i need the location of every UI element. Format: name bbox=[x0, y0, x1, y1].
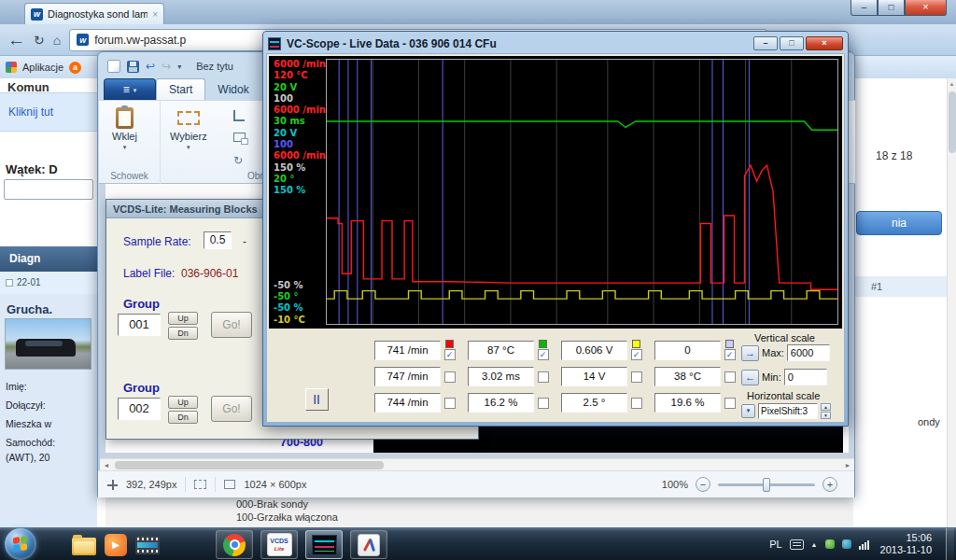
network-icon[interactable] bbox=[859, 539, 869, 550]
search-input[interactable] bbox=[4, 179, 93, 200]
save-icon[interactable] bbox=[127, 61, 139, 73]
channel-checkbox[interactable]: ✓ bbox=[724, 349, 736, 360]
max-arrow-button[interactable]: → bbox=[741, 345, 759, 361]
group2-up-button[interactable]: Up bbox=[168, 396, 198, 409]
user-car-photo[interactable] bbox=[5, 318, 91, 370]
browser-tab[interactable]: w Diagnostyka sond lambda × bbox=[24, 3, 164, 24]
readout-value: 16.2 % bbox=[468, 393, 534, 413]
pixelshift-field[interactable]: PixelShift:3 bbox=[758, 403, 818, 419]
hidden-icons-arrow[interactable]: ▲ bbox=[811, 541, 818, 548]
undo-icon[interactable]: ↩ bbox=[146, 61, 155, 72]
crop-button[interactable] bbox=[233, 110, 245, 121]
channel-checkbox[interactable] bbox=[538, 371, 549, 383]
rotate-button[interactable]: ↻ bbox=[233, 155, 243, 166]
taskbar-explorer-icon[interactable] bbox=[68, 530, 100, 560]
slider-thumb[interactable] bbox=[763, 478, 770, 492]
allegro-bookmark-icon[interactable]: a bbox=[69, 62, 81, 74]
post-checkbox[interactable] bbox=[6, 279, 13, 287]
pixelshift-arrow-button[interactable]: ▼ bbox=[741, 404, 755, 418]
language-indicator[interactable]: PL bbox=[769, 539, 781, 550]
channel-checkbox[interactable] bbox=[444, 398, 456, 409]
select-button[interactable]: Wybierz ▾ bbox=[164, 105, 213, 152]
channel-checkbox[interactable] bbox=[724, 398, 736, 409]
group2-field[interactable]: 002 bbox=[118, 398, 161, 420]
maximize-button[interactable]: □ bbox=[878, 0, 905, 16]
minimize-button[interactable]: – bbox=[851, 0, 878, 16]
zoom-slider[interactable] bbox=[718, 478, 815, 492]
group1-go-button[interactable]: Go! bbox=[211, 312, 252, 338]
channel-checkbox[interactable] bbox=[631, 398, 642, 409]
maximize-button[interactable]: □ bbox=[780, 36, 804, 50]
max-value-field[interactable]: 6000 bbox=[787, 344, 830, 361]
resize-button[interactable] bbox=[233, 133, 246, 142]
apps-bookmark[interactable]: Aplikacje bbox=[22, 62, 63, 73]
channel-checkbox[interactable]: ✓ bbox=[538, 349, 549, 360]
taskbar-media-player-icon[interactable]: ▶ bbox=[100, 530, 132, 560]
spin-up-icon[interactable]: ▲ bbox=[821, 403, 831, 411]
tab-widok[interactable]: Widok bbox=[205, 79, 260, 100]
channel-checkbox[interactable] bbox=[631, 371, 642, 383]
tray-utility-icon[interactable] bbox=[842, 539, 851, 549]
paint-menu-button[interactable]: ≡▾ bbox=[104, 78, 156, 100]
scroll-left-icon[interactable]: ◄ bbox=[100, 462, 113, 469]
channel-checkbox[interactable] bbox=[538, 398, 549, 409]
home-button[interactable]: ⌂ bbox=[53, 34, 61, 47]
close-button[interactable]: × bbox=[905, 0, 947, 16]
forum-button-fragment[interactable]: nia bbox=[856, 211, 942, 235]
channel-checkbox[interactable] bbox=[444, 371, 456, 383]
sample-rate-field[interactable]: 0.5 bbox=[204, 231, 232, 249]
zoom-out-button[interactable]: − bbox=[696, 477, 710, 492]
group1-field[interactable]: 001 bbox=[118, 314, 161, 336]
pause-button[interactable]: || bbox=[305, 388, 329, 411]
show-desktop-button[interactable] bbox=[946, 528, 954, 560]
taskbar-chrome-button[interactable] bbox=[216, 530, 253, 559]
scrollbar-thumb[interactable] bbox=[115, 461, 384, 469]
page-link[interactable]: Kliknij tut bbox=[8, 105, 53, 119]
refresh-button[interactable]: ↻ bbox=[34, 34, 45, 47]
vcscope-title-bar[interactable]: VC-Scope - Live Data - 036 906 014 CFu –… bbox=[266, 34, 845, 53]
minimize-button[interactable]: – bbox=[753, 36, 778, 50]
taskbar-movie-maker-icon[interactable] bbox=[132, 530, 163, 560]
post-number: #1 bbox=[871, 281, 882, 292]
group2-down-button[interactable]: Dn bbox=[168, 411, 198, 424]
scrollbar-thumb[interactable] bbox=[949, 91, 956, 153]
scale-label: 20 V bbox=[274, 128, 326, 139]
qat-dropdown-icon[interactable]: ▾ bbox=[177, 63, 181, 71]
channel-checkbox[interactable]: ✓ bbox=[444, 349, 456, 360]
desktop: w Diagnostyka sond lambda × – □ × ← ↻ ⌂ … bbox=[0, 0, 956, 560]
paint-logo-icon[interactable] bbox=[107, 60, 120, 73]
taskbar-clock[interactable]: 15:06 2013-11-10 bbox=[880, 532, 932, 556]
tab-close-icon[interactable]: × bbox=[152, 9, 158, 20]
page-scrollbar[interactable]: ▲ bbox=[947, 78, 956, 527]
thread-title-fragment: Wątek: D bbox=[6, 162, 58, 176]
media-player-icon: ▶ bbox=[105, 534, 127, 556]
channel-checkbox[interactable] bbox=[724, 371, 736, 383]
keyboard-layout-icon[interactable] bbox=[790, 539, 804, 550]
back-button[interactable]: ← bbox=[7, 31, 25, 49]
min-value-field[interactable]: 0 bbox=[784, 369, 827, 385]
scroll-up-icon[interactable]: ▲ bbox=[948, 78, 956, 87]
channel-checkbox[interactable]: ✓ bbox=[631, 349, 642, 360]
scale-label: 20 V bbox=[274, 82, 326, 93]
horizontal-scrollbar[interactable]: ◄ ► bbox=[100, 458, 854, 470]
spin-down-icon[interactable]: ▼ bbox=[821, 412, 831, 419]
redo-icon[interactable]: ↪ bbox=[162, 61, 171, 72]
vertical-scale-label: Vertical scale bbox=[754, 332, 815, 343]
taskbar-vcds-button[interactable]: VCDSLite bbox=[260, 530, 298, 559]
min-arrow-button[interactable]: ← bbox=[741, 370, 759, 385]
zoom-in-button[interactable]: + bbox=[822, 477, 837, 492]
start-button[interactable] bbox=[5, 528, 36, 560]
pixelshift-row: ▼ PixelShift:3 ▲ ▼ bbox=[741, 403, 831, 419]
paste-button[interactable]: Wklej ▾ bbox=[106, 105, 143, 152]
scroll-right-icon[interactable]: ► bbox=[841, 462, 854, 469]
tray-update-icon[interactable] bbox=[825, 539, 835, 549]
username[interactable]: Grucha. bbox=[7, 302, 52, 316]
taskbar-vcscope-button[interactable] bbox=[305, 530, 343, 559]
close-button[interactable]: × bbox=[806, 36, 843, 50]
group1-down-button[interactable]: Dn bbox=[168, 327, 198, 340]
tab-start[interactable]: Start bbox=[156, 78, 205, 100]
group1-up-button[interactable]: Up bbox=[168, 312, 198, 325]
group2-go-button[interactable]: Go! bbox=[211, 396, 252, 422]
apps-grid-icon[interactable] bbox=[6, 62, 17, 73]
taskbar-paint-button[interactable] bbox=[350, 530, 387, 559]
